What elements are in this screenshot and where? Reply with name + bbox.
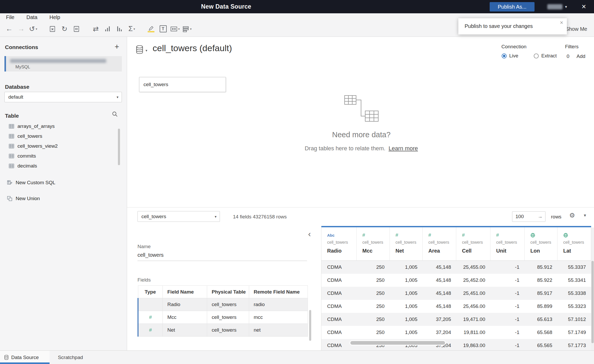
grid-settings-button[interactable]: ⚙ [569, 212, 575, 219]
table-list-item[interactable]: cell_towers_view2 [0, 141, 123, 151]
new-union-button[interactable]: New Union [0, 194, 123, 204]
radio-live[interactable]: Live [502, 53, 518, 59]
grid-column-header[interactable]: # cell_towers Cell [456, 227, 490, 261]
fields-table-scrollbar[interactable] [309, 310, 311, 341]
grid-column-header[interactable]: cell_towers Lat [557, 227, 591, 261]
sort-descending-icon [116, 26, 123, 32]
table-list-item[interactable]: commits [0, 151, 123, 161]
grid-cell: 65.565 [525, 339, 557, 350]
table-list-item[interactable]: arrays_of_arrays [0, 121, 123, 131]
connection-mode-label: Connection [501, 44, 526, 50]
connections-sidebar: Connections + MySQL Database default ▾ T… [0, 37, 127, 350]
table-list-item[interactable]: cell_towers [0, 131, 123, 141]
clear-sheet-button[interactable] [46, 23, 58, 35]
collapse-metadata-button[interactable]: ‹ [308, 230, 311, 238]
radio-extract[interactable]: Extract [534, 53, 557, 59]
fields-header-row: Type Field Name Physical Table Remote Fi… [138, 286, 308, 298]
collapse-pane-button[interactable]: ▾ [584, 213, 586, 218]
metadata-panel: ‹ Name Fields Type Field Name Physical T… [127, 226, 321, 350]
learn-more-link[interactable]: Learn more [389, 145, 418, 152]
number-type-icon: # [362, 232, 365, 238]
tooltip-close-icon[interactable]: × [560, 19, 563, 26]
grid-column-header[interactable]: Abc cell_towers Radio [321, 227, 357, 261]
filters-add-link[interactable]: Add [577, 53, 585, 59]
union-icon [7, 196, 12, 201]
account-menu[interactable]: ▾ [547, 3, 573, 11]
col-field-name: Field Name [163, 286, 207, 298]
field-row[interactable]: # Mcc cell_towers mcc [138, 311, 308, 324]
grid-cell: 25,455.00 [456, 261, 490, 274]
remote-field-cell: radio [249, 298, 308, 311]
window-close-button[interactable]: × [578, 1, 590, 12]
grid-column-header[interactable]: # cell_towers Mcc [357, 227, 390, 261]
totals-button[interactable]: Σ▾ [126, 23, 138, 35]
new-custom-sql-button[interactable]: New Custom SQL [0, 178, 123, 188]
table-selector[interactable]: cell_towers ▾ [137, 211, 220, 222]
table-search-button[interactable] [112, 111, 118, 118]
tab-data-source[interactable]: Data Source [0, 351, 50, 364]
refresh-data-button[interactable]: ↻ [58, 23, 70, 35]
grid-column-header[interactable]: # cell_towers Unit [490, 227, 525, 261]
grid-column-header[interactable]: # cell_towers Area [423, 227, 456, 261]
grid-cell: 55.3338 [557, 287, 591, 300]
publish-as-button[interactable]: Publish As... [490, 2, 535, 11]
field-name-cell: Radio [163, 298, 207, 311]
grid-row: CDMA 250 1,005 37,204 19,863.00 -1 65.56… [321, 339, 591, 350]
pause-auto-updates-button[interactable] [70, 23, 82, 35]
datasource-menu-caret[interactable]: ▾ [146, 49, 147, 52]
swap-rows-columns-button[interactable]: ⇄ [90, 23, 102, 35]
show-me-button[interactable]: Show Me [566, 21, 587, 37]
database-select[interactable]: default ▾ [4, 92, 122, 102]
field-name-cell: Mcc [163, 311, 207, 324]
grid-vertical-scrollbar[interactable] [591, 261, 594, 343]
column-table-caption: cell_towers [395, 240, 422, 245]
database-title: Database [5, 84, 29, 90]
physical-table-cell: cell_towers [207, 324, 249, 337]
grid-cell: 57.1749 [557, 326, 591, 339]
table-list-scrollbar[interactable] [118, 129, 120, 165]
undo-button[interactable]: ← [3, 23, 15, 35]
grid-cell: CDMA [321, 261, 357, 274]
add-connection-button[interactable]: + [112, 42, 122, 51]
field-row[interactable]: # Net cell_towers net [138, 324, 308, 337]
grid-column-header[interactable]: cell_towers Lon [525, 227, 557, 261]
fit-button[interactable]: ▾ [169, 23, 181, 35]
table-name: cell_towers_view2 [17, 143, 58, 149]
grid-cell: 25,456.00 [456, 300, 490, 313]
clear-sheet-icon [49, 26, 56, 32]
sort-descending-button[interactable] [114, 23, 126, 35]
show-hide-cards-button[interactable]: ▾ [181, 23, 193, 35]
new-union-label: New Union [16, 196, 40, 201]
connection-name-redacted [10, 59, 106, 63]
menu-file[interactable]: File [6, 14, 14, 20]
replay-button[interactable]: ↺▾ [27, 23, 39, 35]
apply-row-limit-icon[interactable]: → [538, 214, 545, 219]
highlight-button[interactable] [145, 23, 157, 35]
tab-label: Data Source [11, 355, 39, 360]
connection-item[interactable]: MySQL [4, 56, 122, 71]
sort-ascending-button[interactable] [102, 23, 114, 35]
grid-cell: 25,452.00 [456, 274, 490, 287]
grid-row: CDMA 250 1,005 45,148 25,456.00 -1 85.89… [321, 300, 591, 313]
table-name-input[interactable] [137, 252, 307, 261]
logical-table-card[interactable]: cell_towers [139, 77, 226, 92]
grid-cell: 85.899 [525, 300, 557, 313]
grid-cell: 37,205 [423, 313, 456, 326]
menu-help[interactable]: Help [49, 14, 60, 20]
grid-horizontal-scrollbar[interactable] [350, 341, 445, 345]
physical-table-cell: cell_towers [207, 298, 249, 311]
grid-cell: -1 [490, 313, 525, 326]
menu-data[interactable]: Data [26, 14, 37, 20]
col-physical-table: Physical Table [207, 286, 249, 298]
table-icon [9, 144, 14, 148]
rows-label: rows [551, 214, 561, 220]
grid-column-header[interactable]: # cell_towers Net [390, 227, 423, 261]
field-row[interactable]: Radio cell_towers radio [138, 298, 308, 311]
show-hide-cards-icon [182, 26, 189, 32]
text-annotation-button[interactable]: T [157, 23, 169, 35]
table-list-item[interactable]: decimals [0, 161, 123, 171]
tab-scratchpad[interactable]: Scratchpad [52, 351, 89, 364]
fit-icon [170, 26, 177, 32]
row-limit-input[interactable] [512, 214, 532, 219]
redo-button[interactable]: → [15, 23, 27, 35]
